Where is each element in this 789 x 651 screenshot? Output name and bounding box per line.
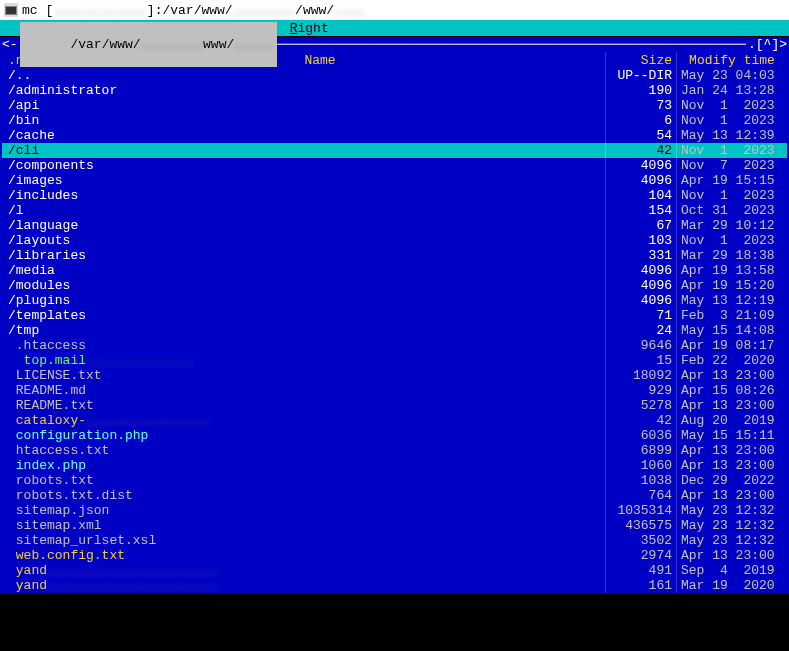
file-date: May 13 12:19 <box>677 293 787 308</box>
col-header-size[interactable]: Size <box>606 53 676 68</box>
file-row[interactable]: /components4096Nov 7 2023 <box>2 158 787 173</box>
file-list[interactable]: /..UP--DIRMay 23 04:03/administrator190J… <box>2 68 787 593</box>
file-row[interactable]: robots.txt1038Dec 29 2022 <box>2 473 787 488</box>
file-row[interactable]: README.md929Apr 15 08:26 <box>2 383 787 398</box>
file-size: 331 <box>606 248 676 263</box>
file-date: Apr 13 23:00 <box>677 488 787 503</box>
frame-left-arrow[interactable]: <- <box>0 37 20 52</box>
file-date: Apr 19 08:17 <box>677 338 787 353</box>
file-row[interactable]: /templates71Feb 3 21:09 <box>2 308 787 323</box>
file-date: Nov 7 2023 <box>677 158 787 173</box>
file-size: 3502 <box>606 533 676 548</box>
file-name: index.php <box>2 458 605 473</box>
file-date: Nov 1 2023 <box>677 188 787 203</box>
current-path[interactable]: /var/www/........www/..... <box>20 22 278 67</box>
menu-right[interactable]: Right <box>286 21 333 36</box>
file-row[interactable]: /l154Oct 31 2023 <box>2 203 787 218</box>
file-date: Nov 1 2023 <box>677 98 787 113</box>
file-row[interactable]: /cache54May 13 12:39 <box>2 128 787 143</box>
file-date: Apr 13 23:00 <box>677 458 787 473</box>
file-date: Apr 19 15:20 <box>677 278 787 293</box>
file-name: robots.txt.dist <box>2 488 605 503</box>
file-row[interactable]: /layouts103Nov 1 2023 <box>2 233 787 248</box>
file-date: Sep 4 2019 <box>677 563 787 578</box>
file-date: Aug 20 2019 <box>677 413 787 428</box>
file-size: 18092 <box>606 368 676 383</box>
file-row[interactable]: /administrator190Jan 24 13:28 <box>2 83 787 98</box>
file-row[interactable]: sitemap.json1035314May 23 12:32 <box>2 503 787 518</box>
frame-fill: ────────────────────────────────────────… <box>277 37 746 52</box>
file-row[interactable]: /libraries331Mar 29 18:38 <box>2 248 787 263</box>
file-row[interactable]: top.mail..............15Feb 22 2020 <box>2 353 787 368</box>
file-row[interactable]: README.txt5278Apr 13 23:00 <box>2 398 787 413</box>
file-size: 42 <box>606 143 676 158</box>
file-row[interactable]: .htaccess9646Apr 19 08:17 <box>2 338 787 353</box>
file-name: .htaccess <box>2 338 605 353</box>
panel-header: <- /var/www/........www/..... ──────────… <box>0 36 789 52</box>
frame-right-control[interactable]: .[^]> <box>746 37 789 52</box>
file-row[interactable]: yand......................161Mar 19 2020 <box>2 578 787 593</box>
file-name: /images <box>2 173 605 188</box>
file-date: Mar 29 18:38 <box>677 248 787 263</box>
file-row[interactable]: sitemap_urlset.xsl3502May 23 12:32 <box>2 533 787 548</box>
file-date: Jan 24 13:28 <box>677 83 787 98</box>
file-name: /language <box>2 218 605 233</box>
file-row[interactable]: yand......................491Sep 4 2019 <box>2 563 787 578</box>
file-row[interactable]: /cli42Nov 1 2023 <box>2 143 787 158</box>
file-date: May 15 14:08 <box>677 323 787 338</box>
file-date: Feb 3 21:09 <box>677 308 787 323</box>
file-size: UP--DIR <box>606 68 676 83</box>
file-row[interactable]: cataloxy-................42Aug 20 2019 <box>2 413 787 428</box>
file-date: Apr 19 15:15 <box>677 173 787 188</box>
file-name: /media <box>2 263 605 278</box>
file-date: Apr 19 13:58 <box>677 263 787 278</box>
file-row[interactable]: /modules4096Apr 19 15:20 <box>2 278 787 293</box>
file-size: 67 <box>606 218 676 233</box>
file-name: /modules <box>2 278 605 293</box>
file-size: 54 <box>606 128 676 143</box>
file-row[interactable]: /bin6Nov 1 2023 <box>2 113 787 128</box>
file-date: Apr 13 23:00 <box>677 398 787 413</box>
file-date: Apr 13 23:00 <box>677 368 787 383</box>
file-row[interactable]: /..UP--DIRMay 23 04:03 <box>2 68 787 83</box>
file-size: 161 <box>606 578 676 593</box>
file-row[interactable]: sitemap.xml436575May 23 12:32 <box>2 518 787 533</box>
file-size: 1038 <box>606 473 676 488</box>
file-row[interactable]: htaccess.txt6899Apr 13 23:00 <box>2 443 787 458</box>
file-row[interactable]: /images4096Apr 19 15:15 <box>2 173 787 188</box>
file-name: /administrator <box>2 83 605 98</box>
file-name: /bin <box>2 113 605 128</box>
file-size: 4096 <box>606 158 676 173</box>
file-row[interactable]: configuration.php6036May 15 15:11 <box>2 428 787 443</box>
file-size: 71 <box>606 308 676 323</box>
file-row[interactable]: web.config.txt2974Apr 13 23:00 <box>2 548 787 563</box>
col-header-modify[interactable]: Modify time <box>677 53 787 68</box>
file-name: LICENSE.txt <box>2 368 605 383</box>
file-date: Nov 1 2023 <box>677 143 787 158</box>
file-row[interactable]: /media4096Apr 19 13:58 <box>2 263 787 278</box>
file-date: May 23 04:03 <box>677 68 787 83</box>
file-size: 764 <box>606 488 676 503</box>
file-row[interactable]: robots.txt.dist764Apr 13 23:00 <box>2 488 787 503</box>
file-size: 103 <box>606 233 676 248</box>
file-row[interactable]: /plugins4096May 13 12:19 <box>2 293 787 308</box>
file-row[interactable]: index.php1060Apr 13 23:00 <box>2 458 787 473</box>
file-name: /l <box>2 203 605 218</box>
file-name: robots.txt <box>2 473 605 488</box>
file-row[interactable]: /tmp24May 15 14:08 <box>2 323 787 338</box>
file-date: Oct 31 2023 <box>677 203 787 218</box>
file-row[interactable]: /language67Mar 29 10:12 <box>2 218 787 233</box>
file-size: 1060 <box>606 458 676 473</box>
file-size: 15 <box>606 353 676 368</box>
file-name: htaccess.txt <box>2 443 605 458</box>
file-name: /.. <box>2 68 605 83</box>
file-name: cataloxy-................ <box>2 413 605 428</box>
file-name: /layouts <box>2 233 605 248</box>
file-date: Mar 19 2020 <box>677 578 787 593</box>
file-row[interactable]: /includes104Nov 1 2023 <box>2 188 787 203</box>
file-row[interactable]: /api73Nov 1 2023 <box>2 98 787 113</box>
file-date: May 23 12:32 <box>677 533 787 548</box>
file-name: sitemap_urlset.xsl <box>2 533 605 548</box>
file-name: sitemap.xml <box>2 518 605 533</box>
file-row[interactable]: LICENSE.txt18092Apr 13 23:00 <box>2 368 787 383</box>
